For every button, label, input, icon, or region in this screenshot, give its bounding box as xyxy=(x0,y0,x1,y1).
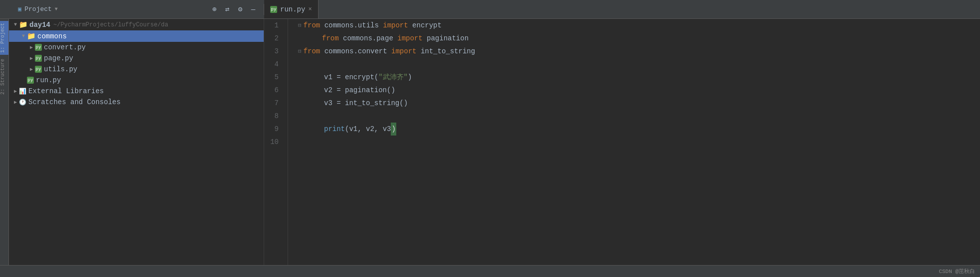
kw-print: print xyxy=(324,123,345,136)
expand-arrow-scratches[interactable]: ▶ xyxy=(12,99,19,105)
var-v2: v2 = pagination() xyxy=(324,84,395,97)
kw-import-1: import xyxy=(383,19,408,32)
settings-button[interactable]: ⚙ xyxy=(235,4,246,15)
line-num-4: 4 xyxy=(264,58,283,71)
code-line-9: print (v1, v2, v3 ) xyxy=(298,123,980,136)
line-num-7: 7 xyxy=(264,97,283,110)
line-num-1: 1 xyxy=(264,19,283,32)
var-v3: v3 = int_to_string() xyxy=(324,97,408,110)
tree-label-ext-libs: External Libraries xyxy=(28,87,104,95)
py-icon-convert: py xyxy=(35,44,42,51)
tree-item-commons[interactable]: ▼ 📁 commons xyxy=(9,30,264,42)
tree-item-run[interactable]: ▶ py run.py xyxy=(9,75,264,86)
structure-panel-tab[interactable]: 2: Structure xyxy=(0,57,8,97)
lib-icon: 📊 xyxy=(19,88,26,95)
tree-label-scratches: Scratches and Consoles xyxy=(28,98,121,106)
line-num-9: 9 xyxy=(264,123,283,136)
line-num-3: 3 xyxy=(264,45,283,58)
tree-item-day14[interactable]: ▼ 📁 day14 ~/PycharmProjects/luffyCourse/… xyxy=(9,19,264,30)
code-content[interactable]: ⊟ from commons.utils import encrypt from… xyxy=(288,19,980,265)
line-num-8: 8 xyxy=(264,110,283,123)
minimize-button[interactable]: — xyxy=(248,4,259,15)
left-strip: 1: Project 2: Structure xyxy=(0,19,9,265)
project-label: Project xyxy=(24,5,52,13)
fold-marker-3[interactable]: ⊟ xyxy=(298,45,302,58)
line-numbers: 1 2 3 4 5 6 7 8 9 10 xyxy=(264,19,288,265)
file-tree-panel: ▼ 📁 day14 ~/PycharmProjects/luffyCourse/… xyxy=(9,19,264,265)
folder-icon-small: ▣ xyxy=(18,5,21,13)
code-line-4 xyxy=(298,58,980,71)
tree-item-page[interactable]: ▶ py page.py xyxy=(9,53,264,64)
py-icon-run: py xyxy=(27,77,34,84)
main-content: 1: Project 2: Structure ▼ 📁 day14 ~/Pych… xyxy=(0,19,980,265)
tree-label-utils: utils.py xyxy=(44,65,77,73)
paren-9a: (v1, v2, v3 xyxy=(345,123,391,136)
code-line-7: v3 = int_to_string() xyxy=(298,97,980,110)
tree-label-day14: day14 xyxy=(29,21,50,29)
tab-run-py[interactable]: py run.py × xyxy=(264,0,319,18)
code-line-8 xyxy=(298,110,980,123)
expand-arrow-commons[interactable]: ▼ xyxy=(20,33,27,39)
expand-arrow-utils[interactable]: ▶ xyxy=(28,66,35,72)
code-line-6: v2 = pagination() xyxy=(298,84,980,97)
project-dropdown-arrow[interactable]: ▼ xyxy=(55,6,58,12)
code-line-3: ⊟ from commons.convert import int_to_str… xyxy=(298,45,980,58)
func-2: pagination xyxy=(423,32,469,45)
folder-icon-commons: 📁 xyxy=(27,32,35,40)
tree-item-scratches[interactable]: ▶ 🕐 Scratches and Consoles xyxy=(9,97,264,108)
code-line-1: ⊟ from commons.utils import encrypt xyxy=(298,19,980,32)
kw-import-3: import xyxy=(391,45,416,58)
tree-path-day14: ~/PycharmProjects/luffyCourse/da xyxy=(53,21,168,28)
tree-label-convert: convert.py xyxy=(44,43,86,51)
fold-marker-1[interactable]: ⊟ xyxy=(298,19,302,32)
py-icon-page: py xyxy=(35,55,42,62)
kw-from-1: from xyxy=(304,19,321,32)
tree-label-commons: commons xyxy=(37,32,67,40)
split-button[interactable]: ⇄ xyxy=(222,4,233,15)
toolbar-actions: ⊕ ⇄ ⚙ — xyxy=(209,4,259,15)
func-1: encrypt xyxy=(408,19,442,32)
line-num-10: 10 xyxy=(264,136,283,148)
py-icon-utils: py xyxy=(35,66,42,73)
line-num-2: 2 xyxy=(264,32,283,45)
watermark-text: CSDN @茁秋白 xyxy=(939,268,975,275)
tab-filename: run.py xyxy=(280,5,305,13)
project-panel-tab[interactable]: 1: Project xyxy=(0,21,8,55)
code-line-10 xyxy=(298,136,980,148)
module-2: commons.page xyxy=(339,32,398,45)
bracket-highlight-close: ) xyxy=(391,123,396,136)
status-bar: CSDN @茁秋白 xyxy=(0,265,980,277)
expand-arrow-page[interactable]: ▶ xyxy=(28,55,35,61)
tree-item-utils[interactable]: ▶ py utils.py xyxy=(9,64,264,75)
tab-file-icon: py xyxy=(270,6,277,13)
tab-close-button[interactable]: × xyxy=(308,6,312,13)
kw-from-3: from xyxy=(304,45,321,58)
func-3: int_to_string xyxy=(416,45,475,58)
line-num-5: 5 xyxy=(264,71,283,84)
string-1: "武沛齐" xyxy=(378,71,408,84)
editor-tabs: py run.py × xyxy=(264,0,980,18)
code-line-2: from commons.page import pagination xyxy=(298,32,980,45)
expand-arrow-convert[interactable]: ▶ xyxy=(28,44,35,50)
title-bar-left: ▣ Project ▼ ⊕ ⇄ ⚙ — xyxy=(0,4,264,15)
scratch-icon: 🕐 xyxy=(19,99,26,106)
code-editor: 1 2 3 4 5 6 7 8 9 10 ⊟ from commons.util… xyxy=(264,19,980,265)
expand-arrow-day14[interactable]: ▼ xyxy=(12,22,19,27)
add-button[interactable]: ⊕ xyxy=(209,4,220,15)
line-num-6: 6 xyxy=(264,84,283,97)
project-title-area: ▣ Project ▼ xyxy=(18,5,58,13)
tree-item-external-libs[interactable]: ▶ 📊 External Libraries xyxy=(9,86,264,97)
tree-label-run: run.py xyxy=(36,76,61,84)
title-bar: ▣ Project ▼ ⊕ ⇄ ⚙ — py run.py × xyxy=(0,0,980,19)
folder-icon-day14: 📁 xyxy=(19,20,27,29)
kw-import-2: import xyxy=(397,32,422,45)
tree-label-page: page.py xyxy=(44,54,73,62)
expand-arrow-ext-libs[interactable]: ▶ xyxy=(12,88,19,94)
module-3: commons.convert xyxy=(320,45,391,58)
code-line-5: v1 = encrypt( "武沛齐" ) xyxy=(298,71,980,84)
kw-from-2: from xyxy=(322,32,339,45)
module-1: commons.utils xyxy=(320,19,383,32)
paren-5: ) xyxy=(408,71,412,84)
var-v1: v1 = encrypt( xyxy=(324,71,378,84)
tree-item-convert[interactable]: ▶ py convert.py xyxy=(9,42,264,53)
